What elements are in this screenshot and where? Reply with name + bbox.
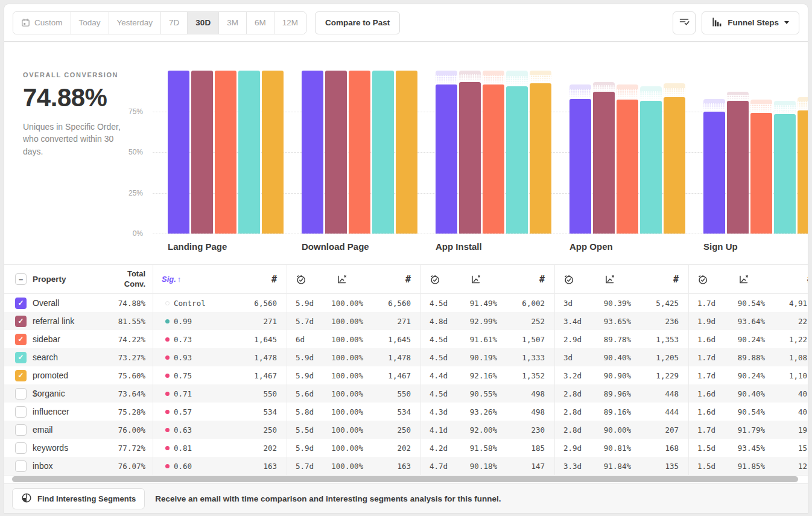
table-row-referral-link: ✓referral link81.55%0.992715.7d100.00%27… (4, 312, 808, 330)
property-checkbox[interactable] (15, 388, 27, 400)
funnel-bar-dropoff-cap (703, 99, 725, 112)
property-checkbox[interactable]: ✓ (15, 298, 27, 309)
date-range-12m[interactable]: 12M (274, 12, 306, 34)
step-cell: 0.71550 (153, 384, 287, 403)
step-count: 498 (497, 389, 554, 398)
funnel-bar-search-landing-page[interactable] (238, 71, 260, 234)
funnel-bar-sidebar-download-page[interactable] (349, 71, 370, 234)
date-range-3m[interactable]: 3M (219, 12, 247, 34)
total-conv-value: 73.27% (58, 353, 153, 362)
property-checkbox[interactable] (15, 460, 27, 472)
compare-to-past-button[interactable]: Compare to Past (315, 11, 400, 34)
date-range-yesterday[interactable]: Yesterday (109, 12, 162, 34)
funnel-steps-dropdown[interactable]: Funnel Steps (702, 11, 799, 34)
step-rate: 91.49% (455, 299, 497, 308)
date-range-label: Custom (34, 18, 63, 27)
chevron-down-icon (784, 21, 789, 24)
step-rate: 89.78% (589, 335, 631, 344)
step-cell: 5.7d100.00%163 (287, 457, 420, 475)
step-time: 2.9d (555, 335, 589, 344)
step-rate: 91.79% (723, 425, 765, 435)
funnel-bar-dropoff-cap (750, 100, 772, 113)
date-range-7d[interactable]: 7D (161, 12, 188, 34)
property-checkbox[interactable]: ✓ (15, 334, 27, 345)
property-cell: ✓search73.27% (4, 348, 153, 366)
funnel-bar-referral-link-landing-page[interactable] (191, 71, 213, 234)
significance-value: 0.63 (153, 425, 221, 435)
significance-header[interactable]: Sig.↑ (153, 275, 220, 284)
step-cell: 0.99271 (153, 312, 287, 330)
funnel-bar-referral-link-sign-up[interactable] (727, 101, 749, 234)
property-checkbox[interactable] (15, 406, 27, 418)
step-cell: 0.751,467 (153, 366, 287, 384)
funnel-bar-sidebar-sign-up[interactable] (750, 113, 772, 234)
date-range-30d[interactable]: 30D (188, 12, 219, 34)
table-row-promoted: ✓promoted75.60%0.751,4675.9d100.00%1,467… (4, 366, 808, 384)
funnel-bar-promoted-download-page[interactable] (396, 71, 417, 234)
property-cell: inbox76.07% (4, 457, 153, 475)
step-time: 3.3d (555, 462, 589, 471)
funnel-bar-sidebar-app-install[interactable] (483, 84, 504, 234)
step-time: 1.7d (689, 425, 723, 435)
funnel-bar-promoted-app-install[interactable] (530, 83, 551, 234)
step-rate: 90.39% (589, 299, 631, 308)
property-checkbox[interactable]: ✓ (15, 316, 27, 327)
date-range-today[interactable]: Today (71, 12, 109, 34)
step-rate: 92.99% (455, 317, 497, 326)
find-interesting-segments-button[interactable]: Find Interesting Segments (12, 488, 145, 509)
step-time: 4.3d (421, 407, 455, 416)
funnel-bar-promoted-sign-up[interactable] (798, 110, 808, 234)
step-count: 1,478 (363, 353, 420, 362)
funnel-bar-referral-link-app-install[interactable] (459, 82, 481, 234)
step-count: 534 (363, 407, 420, 416)
total-conv-value: 77.72% (68, 444, 153, 453)
step-count: 202 (363, 444, 420, 453)
date-range-custom[interactable]: Custom (13, 12, 71, 34)
funnel-bar-promoted-app-open[interactable] (664, 97, 685, 234)
funnel-bar-search-sign-up[interactable] (774, 114, 796, 234)
funnel-bar-referral-link-app-open[interactable] (593, 92, 615, 234)
horizontal-scrollbar-thumb[interactable] (12, 476, 798, 482)
time-to-convert-icon (287, 274, 321, 285)
significance-value: 0.57 (153, 407, 221, 416)
funnel-bar-overall-landing-page[interactable] (168, 71, 189, 234)
property-checkbox[interactable] (15, 424, 27, 436)
conversion-rate-icon (455, 274, 497, 285)
step-count: 6,560 (363, 299, 420, 308)
table-row-search: ✓search73.27%0.931,4785.9d100.00%1,4784.… (4, 348, 808, 366)
footer-message: Receive an email with time comparison an… (155, 494, 501, 503)
funnel-bar-overall-sign-up[interactable] (703, 112, 725, 234)
step-count: 1,467 (221, 371, 287, 380)
step-count: 5,425 (631, 299, 688, 308)
funnel-bar-search-app-open[interactable] (640, 101, 662, 234)
property-checkbox[interactable]: ✓ (15, 370, 27, 381)
step-count: 185 (497, 444, 554, 453)
date-range-label: 7D (169, 18, 179, 27)
funnel-bar-overall-app-install[interactable] (436, 84, 457, 234)
date-range-label: Yesterday (117, 18, 153, 27)
step-time: 5.9d (287, 444, 321, 453)
property-checkbox[interactable]: ✓ (15, 352, 27, 363)
date-range-6m[interactable]: 6M (247, 12, 274, 34)
funnel-bar-referral-link-download-page[interactable] (325, 71, 347, 234)
funnel-bar-search-app-install[interactable] (506, 86, 528, 234)
total-conv-value: 76.07% (52, 462, 153, 471)
funnel-bar-search-download-page[interactable] (372, 71, 394, 234)
funnel-bar-sidebar-landing-page[interactable] (215, 71, 236, 234)
step-cell: 4.5d90.19%1,333 (420, 348, 554, 366)
step-cell: 1.7d89.88%1,08 (688, 348, 808, 366)
funnel-bar-sidebar-app-open[interactable] (617, 100, 638, 234)
property-checkbox[interactable] (15, 442, 27, 454)
conversion-rate-icon (589, 274, 631, 285)
funnel-bar-overall-app-open[interactable] (569, 99, 591, 234)
property-cell: email76.00% (4, 421, 153, 439)
funnel-bar-promoted-landing-page[interactable] (262, 71, 284, 234)
chart-options-button[interactable] (673, 11, 696, 34)
y-axis-tick-label: 50% (116, 148, 143, 156)
indeterminate-checkbox[interactable]: – (15, 273, 27, 285)
step-cell: 5.8d100.00%534 (287, 403, 420, 421)
funnel-bar-overall-download-page[interactable] (302, 71, 323, 234)
date-range-label: Today (79, 18, 101, 27)
time-to-convert-icon (689, 274, 723, 285)
step-rate: 100.00% (321, 444, 363, 453)
